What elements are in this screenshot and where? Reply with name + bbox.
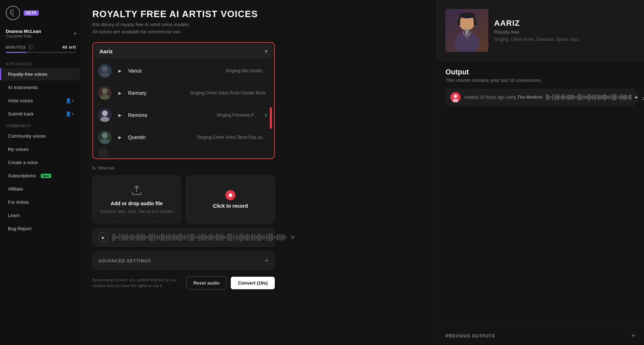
kits-voices-section-label: KITS VOICES (0, 59, 82, 68)
dropdown-chevron-icon: ▾ (265, 48, 268, 55)
minutes-section: MINUTES i 40 left (0, 41, 82, 59)
svg-point-6 (102, 133, 108, 138)
voice-dropdown-selected: Aariz (99, 48, 113, 54)
waveform-visual (112, 232, 287, 243)
record-label: Click to record (213, 203, 248, 209)
voice-list-item-vance[interactable]: ▶ Vance Singing,Alto,Soulfu... (94, 60, 273, 82)
voice-tags-vance: Singing,Alto,Soulfu... (157, 68, 265, 73)
sidebar-item-bug-report[interactable]: Bug Report (2, 222, 80, 235)
right-panel: AARIZ Royalty-free Singing, Chest Voice,… (436, 0, 644, 345)
sidebar-item-label: Submit track (8, 111, 34, 117)
voice-list-item-partial[interactable] (94, 148, 273, 157)
sidebar-item-label: Artist voices (8, 98, 33, 103)
advanced-settings-row[interactable]: ADVANCED SETTINGS + (92, 252, 275, 270)
voice-list-item-quentin[interactable]: ▶ Quentin Singing,Chest Voice,Tenor,Pop,… (94, 126, 273, 148)
record-dot-icon (225, 190, 235, 200)
artist-type: Royalty-free (494, 29, 635, 35)
sidebar-item-royalty-free-voices[interactable]: Royalty-free voices (0, 68, 80, 80)
page-title: ROYALTY FREE AI ARTIST VOICES (92, 9, 426, 20)
minutes-label: MINUTES (6, 45, 26, 49)
play-ramona-button[interactable]: ▶ (116, 111, 124, 119)
sidebar-item-ai-instruments[interactable]: AI Instruments (2, 81, 80, 94)
voice-list-item-ramsey[interactable]: ▶ Ramsey Singing,Chest Voice,Rock,Classi… (94, 82, 273, 104)
svg-point-1 (100, 72, 109, 78)
voice-list: ▶ Vance Singing,Alto,Soulfu... ▶ Ramsey … (94, 60, 273, 157)
minutes-info-icon[interactable]: i (28, 45, 33, 50)
play-vance-button[interactable]: ▶ (116, 67, 124, 75)
sidebar-item-label: Bug Report (8, 226, 31, 231)
sidebar-item-label: Royalty-free voices (8, 72, 48, 77)
sidebar-item-subscriptions[interactable]: Subscriptions New (2, 169, 80, 182)
artist-image (445, 9, 488, 52)
artist-tags: Singing, Chest Voice, Classical, Opera, … (494, 37, 635, 42)
svg-point-7 (100, 139, 109, 144)
overlap-text: ls. View our (92, 166, 275, 171)
sidebar-item-learn[interactable]: Learn (2, 209, 80, 222)
sidebar-item-label: Community voices (8, 133, 46, 139)
sidebar-item-for-artists[interactable]: For Artists (2, 196, 80, 208)
previous-outputs-row: PREVIOUS OUTPUTS + (437, 326, 644, 345)
voice-tags-quentin: Singing,Chest Voice,Tenor,Pop,Ja... (157, 135, 265, 140)
output-user-avatar (450, 92, 460, 102)
sidebar-item-community-voices[interactable]: Community voices (2, 130, 80, 142)
reset-audio-button[interactable]: Reset audio (186, 276, 226, 290)
beta-badge: BETA (24, 10, 39, 16)
artist-info: AARIZ Royalty-free Singing, Chest Voice,… (494, 19, 635, 42)
voice-tags-ramsey: Singing,Chest Voice,Rock,Classic Rock (157, 90, 265, 95)
user-name: Deanna McLean (6, 29, 41, 34)
voice-name-vance: Vance (128, 68, 153, 74)
previous-outputs-label: PREVIOUS OUTPUTS (445, 334, 495, 339)
play-ramsey-button[interactable]: ▶ (116, 89, 124, 97)
artist-name: AARIZ (494, 19, 635, 28)
voice-avatar-partial (98, 148, 108, 157)
community-section-label: COMMUNITY (0, 120, 82, 129)
voice-name-ramona: Ramona (128, 112, 153, 118)
voice-tags-ramona: Singing,Feminine,P... (157, 113, 257, 118)
app-logo-icon[interactable] (6, 6, 20, 20)
sidebar-item-label: AI Instruments (8, 85, 38, 90)
svg-point-2 (102, 88, 108, 94)
voice-avatar-vance (98, 64, 112, 78)
voice-dropdown-trigger[interactable]: Aariz ▾ (94, 44, 273, 58)
svg-point-17 (454, 94, 457, 98)
minutes-progress-fill (6, 52, 27, 53)
sidebar-item-create-a-voice[interactable]: Create a voice (2, 156, 80, 169)
upload-box[interactable]: Add or drop audio file Supports .wav, .m… (92, 176, 181, 223)
svg-rect-13 (474, 20, 477, 25)
output-download-button[interactable] (642, 92, 644, 102)
sidebar-item-submit-track[interactable]: Submit track 👤+ (2, 108, 80, 120)
sidebar-item-label: Learn (8, 213, 20, 218)
voice-avatar-ramsey (98, 86, 112, 100)
svg-point-4 (102, 110, 108, 116)
page-subtitle: Kits library of royalty free AI artist v… (92, 21, 426, 35)
upload-row: Add or drop audio file Supports .wav, .m… (92, 176, 275, 223)
add-user-icon: 👤+ (65, 98, 74, 103)
svg-rect-14 (465, 29, 469, 35)
sidebar-item-artist-voices[interactable]: Artist voices 👤+ (2, 94, 80, 107)
main-content: ROYALTY FREE AI ARTIST VOICES Kits libra… (82, 0, 436, 345)
sidebar-item-label: For Artists (8, 199, 29, 205)
convert-button[interactable]: Convert (19s) (231, 277, 275, 289)
svg-point-3 (100, 94, 109, 100)
minutes-progress-bar (6, 52, 76, 53)
output-play-button[interactable]: ▶ (635, 93, 638, 102)
svg-point-0 (102, 66, 108, 72)
waveform-play-button[interactable]: ▶ (98, 232, 108, 242)
advanced-settings-label: ADVANCED SETTINGS (98, 258, 151, 263)
voice-name-ramsey: Ramsey (128, 90, 153, 96)
new-badge: New (41, 174, 51, 178)
convert-row: By pressing convert, you confirm that th… (92, 276, 275, 290)
voice-list-item-ramona[interactable]: ▶ Ramona Singing,Feminine,P... 2 (94, 104, 273, 126)
convert-disclaimer: By pressing convert, you confirm that th… (92, 277, 182, 289)
sidebar-logo-area: BETA (0, 6, 82, 26)
user-menu[interactable]: Deanna McLean Converter Plan ▾ (0, 26, 82, 41)
play-quentin-button[interactable]: ▶ (116, 133, 124, 141)
record-box[interactable]: Click to record (186, 176, 275, 223)
output-waveform (546, 93, 631, 102)
sidebar-item-label: My voices (8, 147, 29, 152)
sidebar-item-my-voices[interactable]: My voices (2, 143, 80, 156)
waveform-bar: ▶ ✕ (92, 228, 275, 247)
previous-outputs-expand-button[interactable]: + (631, 332, 635, 340)
close-waveform-button[interactable]: ✕ (291, 235, 295, 240)
sidebar-item-affiliate[interactable]: Affiliate (2, 183, 80, 195)
